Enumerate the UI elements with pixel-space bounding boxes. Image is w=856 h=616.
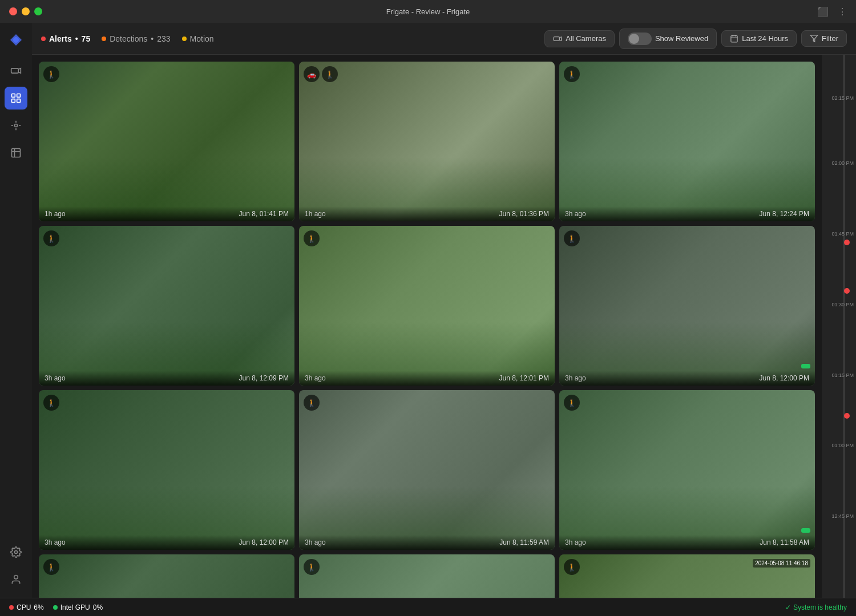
timeline-event-dot: [844, 240, 850, 245]
time-ago-label: 3h ago: [565, 538, 586, 546]
window-controls[interactable]: [9, 7, 42, 15]
car-badge: 🚗: [304, 66, 320, 82]
topbar: Alerts • 75 Detections • 233 Motion: [32, 23, 856, 55]
cpu-dot: [9, 605, 14, 610]
video-card-6[interactable]: 🚶3h agoJun 8, 12:00 PM: [559, 226, 815, 386]
filter-label: Filter: [822, 34, 838, 43]
video-info-bar: 1h agoJun 8, 01:41 PM: [39, 206, 294, 221]
svg-point-6: [15, 124, 18, 127]
video-thumbnail: [299, 390, 555, 550]
person-badge: 🚶: [43, 230, 59, 246]
timeline-label: 01:00 PM: [831, 443, 854, 448]
content-area: 🚶1h agoJun 8, 01:41 PM🚗🚶1h agoJun 8, 01:…: [32, 55, 856, 598]
video-card-5[interactable]: 🚶3h agoJun 8, 12:01 PM: [299, 226, 555, 386]
show-reviewed-button[interactable]: Show Reviewed: [619, 29, 717, 49]
minimize-button[interactable]: [22, 7, 30, 15]
detections-filter[interactable]: Detections • 233: [102, 34, 170, 43]
statusbar: CPU 6% Intel GPU 0% ✓ System is healthy: [0, 598, 856, 616]
video-card-8[interactable]: 🚶3h agoJun 8, 11:59 AM: [299, 390, 555, 550]
sidebar-item-profile[interactable]: [5, 568, 27, 591]
video-thumbnail: [39, 554, 294, 598]
video-info-bar: 3h agoJun 8, 11:58 AM: [559, 535, 815, 550]
video-thumbnail: [559, 226, 815, 386]
show-reviewed-toggle[interactable]: [628, 33, 652, 45]
video-thumbnail: [299, 554, 555, 598]
video-card-7[interactable]: 🚶3h agoJun 8, 12:00 PM: [39, 390, 294, 550]
topbar-controls: All Cameras Show Reviewed Last 24 H: [544, 29, 847, 49]
filter-button[interactable]: Filter: [801, 30, 847, 47]
sidebar-item-live[interactable]: [5, 114, 27, 137]
person-badge: 🚶: [304, 230, 320, 246]
detections-label: Detections: [110, 34, 147, 43]
detections-dot: [102, 37, 106, 41]
svg-rect-1: [11, 68, 19, 73]
detection-badges: 🚶: [43, 395, 59, 411]
detection-badges: 🚗🚶: [304, 66, 338, 82]
video-card-11[interactable]: 🚶: [299, 554, 555, 598]
timestamp-label: Jun 8, 12:00 PM: [760, 374, 809, 382]
sidebar-item-explore[interactable]: [5, 141, 27, 164]
motion-dot: [182, 37, 187, 41]
video-card-10[interactable]: 🚶: [39, 554, 294, 598]
timeline-label: 01:45 PM: [831, 231, 854, 237]
check-icon: ✓: [785, 603, 791, 611]
alerts-filter[interactable]: Alerts • 75: [41, 34, 90, 43]
time-ago-label: 3h ago: [45, 538, 66, 546]
active-indicator: [801, 528, 810, 533]
person-badge: 🚶: [304, 559, 320, 575]
video-info-bar: 3h agoJun 8, 11:59 AM: [299, 535, 555, 550]
motion-filter[interactable]: Motion: [182, 34, 214, 43]
timestamp-label: Jun 8, 12:09 PM: [239, 374, 289, 382]
video-card-1[interactable]: 🚶1h agoJun 8, 01:41 PM: [39, 62, 294, 221]
more-icon[interactable]: ⋮: [838, 6, 847, 17]
svg-point-7: [15, 551, 18, 554]
health-label: System is healthy: [793, 603, 847, 611]
motion-label: Motion: [190, 34, 214, 43]
video-card-2[interactable]: 🚗🚶1h agoJun 8, 01:36 PM: [299, 62, 555, 221]
system-health: ✓ System is healthy: [785, 603, 847, 611]
time-ago-label: 3h ago: [565, 374, 586, 382]
person-badge: 🚶: [322, 66, 338, 82]
svg-point-8: [14, 576, 18, 579]
maximize-button[interactable]: [34, 7, 42, 15]
timeline-label: 02:15 PM: [831, 95, 854, 101]
app-logo[interactable]: [6, 30, 26, 50]
person-badge: 🚶: [43, 66, 59, 82]
filter-icon: [810, 34, 818, 43]
detection-badges: 🚶: [564, 230, 580, 246]
detection-badges: 🚶: [304, 230, 320, 246]
svg-marker-14: [810, 35, 818, 42]
time-ago-label: 3h ago: [565, 210, 586, 218]
time-ago-label: 1h ago: [45, 210, 66, 218]
timestamp-label: Jun 8, 01:36 PM: [499, 210, 549, 218]
filter-tabs: Alerts • 75 Detections • 233 Motion: [41, 34, 538, 43]
cameras-button[interactable]: All Cameras: [544, 30, 615, 47]
video-card-4[interactable]: 🚶3h agoJun 8, 12:09 PM: [39, 226, 294, 386]
cast-icon[interactable]: ⬛: [817, 6, 829, 17]
timestamp-label: Jun 8, 12:24 PM: [760, 210, 809, 218]
video-info-bar: 1h agoJun 8, 01:36 PM: [299, 206, 555, 221]
sidebar-item-settings[interactable]: [5, 541, 27, 564]
video-info-bar: 3h agoJun 8, 12:24 PM: [559, 206, 815, 221]
video-card-9[interactable]: 🚶3h agoJun 8, 11:58 AM: [559, 390, 815, 550]
person-badge: 🚶: [564, 230, 580, 246]
video-grid: 🚶1h agoJun 8, 01:41 PM🚗🚶1h agoJun 8, 01:…: [39, 62, 815, 598]
detection-badges: 🚶: [43, 66, 59, 82]
camera-icon: [553, 34, 562, 43]
sidebar-item-cameras[interactable]: [5, 59, 27, 82]
gpu-status: Intel GPU 0%: [53, 603, 103, 611]
detection-badges: 🚶: [43, 559, 59, 575]
detections-count: 233: [157, 34, 170, 43]
person-badge: 🚶: [43, 395, 59, 411]
overlay-timestamp: 2024-05-08 11:46:18: [753, 559, 810, 568]
timeline-label: 01:30 PM: [831, 302, 854, 307]
timestamp-label: Jun 8, 11:58 AM: [760, 538, 809, 546]
sidebar-item-review[interactable]: [5, 87, 27, 110]
detection-badges: 🚶: [564, 559, 580, 575]
video-card-12[interactable]: 🚶2024-05-08 11:46:18: [559, 554, 815, 598]
timeline-sidebar[interactable]: 02:15 PM02:00 PM01:45 PM01:30 PM01:15 PM…: [822, 55, 856, 598]
close-button[interactable]: [9, 7, 17, 15]
video-card-3[interactable]: 🚶3h agoJun 8, 12:24 PM: [559, 62, 815, 221]
last24-button[interactable]: Last 24 Hours: [721, 30, 797, 47]
svg-rect-4: [12, 99, 15, 103]
